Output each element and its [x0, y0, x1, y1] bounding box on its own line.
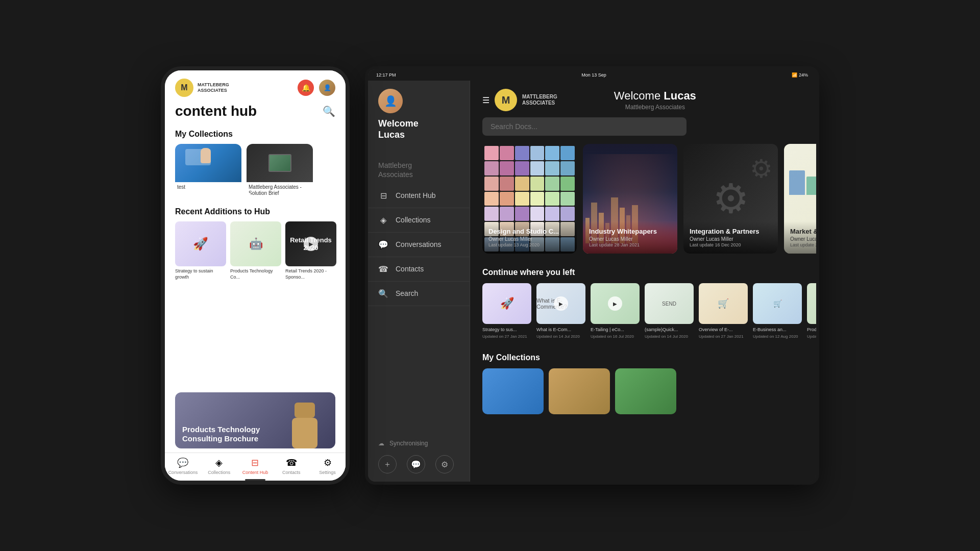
- status-bar: 12:17 PM Mon 13 Sep 📶 24%: [368, 69, 816, 81]
- phone-header: M MATTLEBERG ASSOCIATES 🔔 👤: [165, 70, 346, 101]
- sidebar-item-contacts[interactable]: ☎ Contacts: [368, 257, 470, 282]
- status-date: Mon 13 Sep: [581, 72, 606, 78]
- collection-card-solution[interactable]: Mattleberg Associates -Solution Brief: [247, 144, 313, 195]
- sidebar-bottom: ☁ Synchronising ＋ 💬 ⚙: [368, 432, 470, 482]
- continue-date-ecom: Updated on 14 Jul 2020: [536, 334, 585, 339]
- tab-bar: 💬 Conversations ◈ Collections ⊟ Content …: [165, 453, 346, 477]
- rocket-icon: 🚀: [193, 237, 208, 251]
- continue-date-products-last: Updated on Dec 2020: [807, 334, 816, 339]
- welcome-title: Welcome Lucas: [557, 89, 753, 103]
- play-button-ecom[interactable]: ▶: [554, 296, 568, 311]
- collection-tile-market[interactable]: 📊 Market & Analyst Re... Owner Lucas Mil…: [784, 144, 816, 254]
- header-icons: 🔔 👤: [298, 80, 335, 96]
- avatar-button[interactable]: 👤: [319, 80, 335, 96]
- recent-additions-title: Recent Additions to Hub: [165, 203, 346, 221]
- tab-label-settings: Settings: [319, 470, 336, 475]
- tile-owner-integration: Owner Lucas Miller: [690, 236, 772, 242]
- sidebar-item-label-conversations: Conversations: [396, 240, 442, 248]
- sidebar-item-conversations[interactable]: 💬 Conversations: [368, 233, 470, 257]
- tab-label-contacts: Contacts: [282, 470, 301, 475]
- continue-card-ecom[interactable]: ▶ What is E-Commerce? What is E-Com... U…: [536, 283, 585, 339]
- continue-date-strategy: Updated on 27 Jan 2021: [482, 334, 531, 339]
- notification-button[interactable]: 🔔: [298, 80, 314, 96]
- sidebar-sync: ☁ Synchronising: [378, 440, 459, 455]
- recent-card-retail[interactable]: Retail Trends 2020 ▶ Retail Trends 2020 …: [285, 221, 336, 280]
- recent-additions-section: Recent Additions to Hub 🚀 Strategy to su…: [165, 203, 346, 388]
- sidebar-item-search[interactable]: 🔍 Search: [368, 282, 470, 306]
- my-col-tile-3[interactable]: [615, 368, 676, 414]
- tab-settings[interactable]: ⚙ Settings: [309, 457, 346, 475]
- conversations-icon: 💬: [177, 457, 188, 468]
- tablet-logo-text: MATTLEBERG ASSOCIATES: [522, 94, 557, 106]
- tablet-logo-badge: M: [495, 89, 517, 111]
- tablet-welcome: Welcome Lucas Mattleberg Associates: [557, 89, 753, 111]
- tab-contacts[interactable]: ☎ Contacts: [273, 457, 309, 475]
- strategy-icon: 🚀: [500, 297, 514, 310]
- search-nav-icon: 🔍: [378, 289, 388, 298]
- recent-card-title-products: Products Technology Co...: [230, 268, 281, 280]
- search-bar: [482, 117, 804, 136]
- welcome-subtitle: Mattleberg Associates: [557, 104, 753, 111]
- tab-collections[interactable]: ◈ Collections: [201, 457, 237, 475]
- tab-conversations[interactable]: 💬 Conversations: [165, 457, 201, 475]
- tile-label-integration: Integration & Partners Owner Lucas Mille…: [683, 221, 778, 254]
- settings-icon: ⚙: [324, 457, 332, 468]
- logo-badge: M: [175, 79, 193, 97]
- my-collections-title: My Collections: [165, 126, 346, 144]
- tablet-top-bar: ☰ M MATTLEBERG ASSOCIATES Welcome Lucas …: [470, 81, 816, 117]
- play-button-etailing[interactable]: ▶: [608, 296, 622, 311]
- sidebar-item-content-hub[interactable]: ⊟ Content Hub: [368, 184, 470, 208]
- continue-card-etailing[interactable]: ▶ E-Tailing | eCo... Updated on 16 Jul 2…: [591, 283, 640, 339]
- recent-card-title-retail: Retail Trends 2020 - Sponso...: [285, 268, 336, 280]
- menu-icon[interactable]: ☰: [482, 95, 489, 105]
- sidebar-item-label-contacts: Contacts: [396, 265, 424, 273]
- continue-card-products-last[interactable]: 🤖 Products... Updated on Dec 2020: [807, 283, 816, 339]
- collections-strip: Design and Studio C... Owner Lucas Mille…: [470, 144, 816, 264]
- settings-button[interactable]: ⚙: [435, 455, 454, 473]
- sync-label: Synchronising: [389, 440, 428, 447]
- continue-card-ebusiness[interactable]: 🛒 E-Business an... Updated on 12 Aug 202…: [753, 283, 802, 339]
- recent-card-strategy[interactable]: 🚀 Strategy to sustain growth: [175, 221, 226, 280]
- tile-date-market: Last update 22 Apr 2021: [790, 242, 816, 247]
- cart-icon: 🛒: [718, 298, 729, 309]
- collection-label-test: test: [175, 182, 241, 190]
- collection-tile-integration[interactable]: ⚙ ⚙ Integration & Partners Owner Lucas M…: [683, 144, 778, 254]
- sidebar-welcome: WelcomeLucas: [378, 118, 459, 140]
- add-content-button[interactable]: ＋: [378, 455, 397, 473]
- tile-date-integration: Last update 16 Dec 2020: [690, 242, 772, 247]
- logo-text: MATTLEBERG ASSOCIATES: [198, 82, 229, 93]
- continue-card-sample[interactable]: SEND (sample)Quick... Updated on 14 Jul …: [645, 283, 694, 339]
- collection-card-test[interactable]: test: [175, 144, 241, 195]
- phone-mockup: M MATTLEBERG ASSOCIATES 🔔 👤 content hub …: [161, 66, 350, 485]
- continue-card-strategy[interactable]: 🚀 Strategy to sus... Updated on 27 Jan 2…: [482, 283, 531, 339]
- continue-title-strategy: Strategy to sus...: [482, 327, 531, 333]
- tile-title-industry: Industry Whitepapers: [589, 228, 671, 235]
- my-collections-tablet-title: My Collections: [470, 349, 816, 368]
- continue-date-etailing: Updated on 16 Jul 2020: [591, 334, 640, 339]
- continue-title-ebusiness: E-Business an...: [753, 327, 802, 333]
- chat-button[interactable]: 💬: [407, 455, 425, 473]
- continue-title-sample: (sample)Quick...: [645, 327, 694, 333]
- continue-strip: 🚀 Strategy to sus... Updated on 27 Jan 2…: [470, 283, 816, 349]
- conversations-nav-icon: 💬: [378, 240, 388, 249]
- sidebar-nav: ⊟ Content Hub ◈ Collections 💬 Conversati…: [368, 184, 470, 432]
- my-col-tile-2[interactable]: [549, 368, 610, 414]
- continue-title-etailing: E-Tailing | eCo...: [591, 327, 640, 333]
- sidebar-brand: MattlebergAssociates: [368, 161, 470, 179]
- featured-card[interactable]: Products TechnologyConsulting Brochure: [175, 392, 335, 448]
- continue-title-ecom: What is E-Com...: [536, 327, 585, 333]
- sidebar-item-label-search: Search: [396, 289, 418, 297]
- robot-illustration: [284, 403, 325, 448]
- collection-tile-industry[interactable]: Industry Whitepapers Owner Lucas Miller …: [583, 144, 677, 254]
- search-input[interactable]: [482, 117, 687, 136]
- tablet-main-content: ☰ M MATTLEBERG ASSOCIATES Welcome Lucas …: [470, 69, 816, 482]
- continue-card-overview[interactable]: 🛒 Overview of E-... Updated on 27 Jan 20…: [699, 283, 748, 339]
- search-button[interactable]: 🔍: [323, 105, 335, 117]
- play-button[interactable]: ▶: [304, 237, 318, 251]
- sidebar-item-collections[interactable]: ◈ Collections: [368, 208, 470, 233]
- recent-card-products[interactable]: 🤖 Products Technology Co...: [230, 221, 281, 280]
- content-hub-nav-icon: ⊟: [378, 191, 388, 201]
- my-col-tile-1[interactable]: [482, 368, 544, 414]
- tab-content-hub[interactable]: ⊟ Content Hub: [237, 457, 274, 475]
- collection-tile-design-studio[interactable]: Design and Studio C... Owner Lucas Mille…: [482, 144, 577, 254]
